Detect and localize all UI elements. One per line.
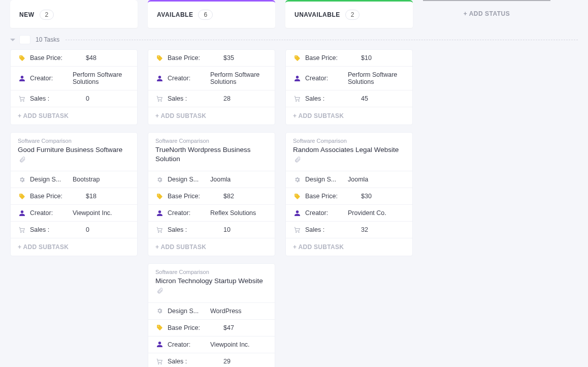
cart-icon [293,226,301,233]
add-subtask-button[interactable]: + ADD SUBTASK [148,107,275,125]
field-label: Creator: [30,209,71,217]
field-row: Base Price:$82 [148,188,275,204]
user-icon [155,341,164,348]
field-label: Sales : [305,95,346,102]
field-row: Base Price:$30 [286,188,412,204]
column-count: 2 [345,10,360,20]
field-row: Base Price:$18 [11,188,137,204]
tag-icon [155,193,164,200]
svg-point-7 [161,232,161,232]
field-label: Base Price: [30,54,71,62]
cart-icon [155,95,164,102]
user-icon [18,75,26,82]
add-status-button[interactable]: + ADD STATUS [423,0,550,26]
field-row: Base Price:$48 [11,50,137,66]
field-value: $30 [346,193,405,200]
field-label: Base Price: [305,193,346,200]
task-card[interactable]: Base Price:$48Creator:Perform Software S… [10,49,138,125]
field-label: Base Price: [305,54,346,62]
tag-icon [293,55,301,62]
user-icon [155,210,164,217]
svg-point-13 [299,232,299,232]
group-header[interactable]: 10 Tasks [10,35,578,44]
add-subtask-button[interactable]: + ADD SUBTASK [148,238,275,256]
column-title: NEW [19,11,35,18]
column-count: 2 [40,10,54,20]
column-title: AVAILABLE [157,11,193,18]
field-row: Base Price:$10 [286,50,412,66]
field-value: Bootstrap [71,176,130,183]
tag-icon [293,193,301,200]
board-lanes: Base Price:$48Creator:Perform Software S… [10,49,578,367]
tag-icon [18,193,26,200]
field-value: $10 [346,54,405,62]
field-value: 32 [346,226,405,233]
column-header-unavailable[interactable]: UNAVAILABLE 2 [285,0,413,28]
field-row: Creator:Perform Software Solutions [286,66,412,90]
card-category: Software Comparison [155,269,268,275]
field-label: Creator: [305,209,346,217]
field-row: Creator:Viewpoint Inc. [11,204,137,221]
user-icon [293,75,301,82]
field-row: Creator:Perform Software Solutions [148,66,275,90]
svg-point-4 [158,101,159,101]
lane-unavailable: Base Price:$10Creator:Perform Software S… [285,49,413,256]
field-label: Design S... [305,176,346,183]
field-row: Base Price:$47 [148,319,275,336]
svg-point-10 [296,101,297,101]
field-value: Viewpoint Inc. [71,209,130,217]
caret-down-icon [10,39,15,41]
column-header-available[interactable]: AVAILABLE 6 [148,0,275,28]
task-card[interactable]: Software ComparisonTrueNorth Wordpress B… [148,132,275,256]
paperclip-icon [156,287,164,294]
field-value: $48 [71,54,130,62]
task-card[interactable]: Base Price:$35Creator:Perform Software S… [148,49,275,125]
field-row: Creator:Provident Co. [286,204,412,221]
svg-point-8 [158,363,159,364]
gear-icon [293,176,301,183]
field-value: Reflex Solutions [208,209,268,217]
svg-point-1 [23,101,24,101]
column-headers-row: NEW 2 AVAILABLE 6 UNAVAILABLE 2 + ADD ST… [10,0,578,28]
field-value: 0 [71,226,130,233]
card-title: Random Associates Legal Website [293,145,405,164]
add-subtask-button[interactable]: + ADD SUBTASK [11,107,137,125]
field-row: Creator:Reflex Solutions [148,204,275,221]
paperclip-icon [19,156,26,163]
task-card[interactable]: Software ComparisonMicron Technology Sta… [148,263,275,367]
cart-icon [293,95,301,102]
task-card[interactable]: Base Price:$10Creator:Perform Software S… [285,49,413,125]
lane-available: Base Price:$35Creator:Perform Software S… [148,49,275,367]
column-count: 6 [198,10,213,20]
card-category: Software Comparison [18,138,130,144]
add-subtask-button[interactable]: + ADD SUBTASK [11,238,137,256]
field-label: Sales : [305,226,346,233]
cart-icon [155,226,164,233]
cart-icon [155,358,164,365]
column-header-new[interactable]: NEW 2 [10,0,138,28]
field-row: Sales :0 [11,221,137,238]
gear-icon [155,308,164,314]
cart-icon [18,226,26,233]
task-card[interactable]: Software ComparisonRandom Associates Leg… [285,132,413,256]
task-card[interactable]: Software ComparisonGood Furniture Busine… [10,132,138,256]
card-title: Good Furniture Business Software [18,145,130,164]
card-title: TrueNorth Wordpress Business Solution [155,145,268,164]
card-header: Software ComparisonMicron Technology Sta… [148,264,275,302]
add-subtask-button[interactable]: + ADD SUBTASK [286,107,412,125]
field-label: Sales : [30,226,71,233]
field-row: Design S...WordPress [148,302,275,319]
svg-point-9 [161,363,161,364]
field-label: Creator: [168,341,208,348]
field-value: 29 [208,358,268,365]
field-row: Design S...Joomla [286,171,412,188]
field-value: Perform Software Solutions [208,71,268,85]
add-subtask-button[interactable]: + ADD SUBTASK [286,238,412,256]
cart-icon [18,95,26,102]
field-value: Perform Software Solutions [346,71,405,85]
card-category: Software Comparison [293,138,405,144]
card-header: Software ComparisonTrueNorth Wordpress B… [148,133,275,171]
card-category: Software Comparison [155,138,268,144]
field-label: Creator: [30,75,71,82]
card-header: Software ComparisonRandom Associates Leg… [286,133,412,171]
